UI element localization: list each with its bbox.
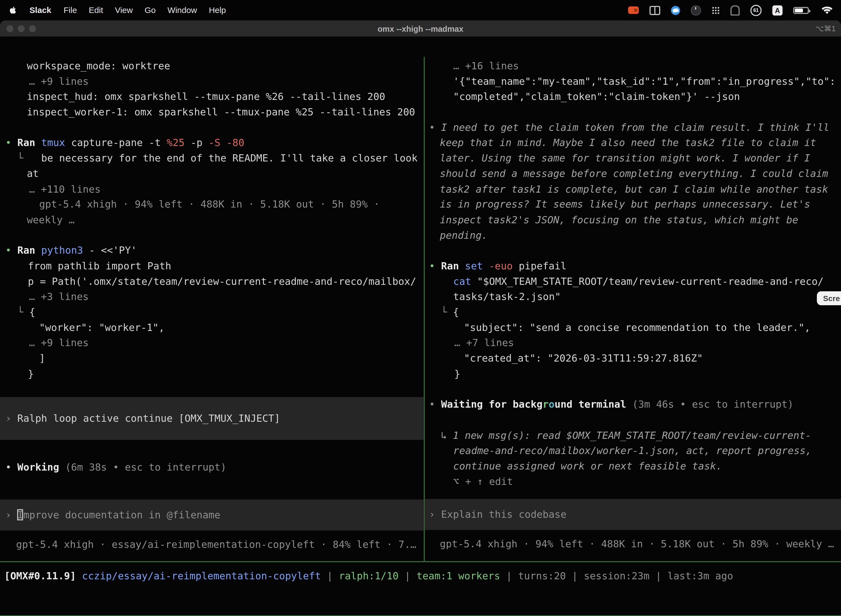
terminal-line: tasks/task-2.json" <box>453 289 841 305</box>
traffic-lights <box>6 25 36 32</box>
menu-help[interactable]: Help <box>209 5 226 14</box>
text-segment: capture-pane -t <box>65 137 167 148</box>
text-segment: gpt-5.4 xhigh · 94% left · 488K in · 5.1… <box>39 199 379 210</box>
spacer <box>4 531 424 537</box>
text-segment: set <box>465 260 483 271</box>
menu-view[interactable]: View <box>115 5 133 14</box>
terminal-line: └ { <box>5 305 423 320</box>
terminal-line: pending. <box>440 228 841 243</box>
text-segment: session:23m <box>584 570 649 581</box>
screen-recording-icon[interactable] <box>628 6 639 14</box>
text-segment: "completed","claim_token":"claim-token"}… <box>453 91 740 102</box>
input-source-icon[interactable]: A <box>772 5 782 15</box>
text-segment: turns:20 <box>518 570 566 581</box>
text-segment: | <box>566 570 584 581</box>
tmux-pane-right[interactable]: … +16 lines'{"team_name":"my-team","task… <box>425 57 841 561</box>
text-segment: | <box>649 570 667 581</box>
scaled-viewport: Slack FileEditViewGoWindowHelp 61 A <box>0 0 841 616</box>
dark-knob-app-icon[interactable] <box>691 5 701 15</box>
text-segment: weekly … <box>27 214 75 225</box>
menu-file[interactable]: File <box>63 5 77 14</box>
band-text: › Improve documentation in @filename <box>5 507 220 523</box>
blank-line <box>4 228 424 243</box>
text-segment: I need to get the claim token from the c… <box>441 122 829 133</box>
terminal-line: … +110 lines <box>29 182 424 197</box>
wifi-icon[interactable] <box>822 6 832 14</box>
tmux-pane-left[interactable]: workspace_mode: worktree… +9 linesinspec… <box>0 57 424 561</box>
terminal-line: … +9 lines <box>29 336 424 351</box>
text-segment: › <box>429 509 441 520</box>
blank-line <box>4 120 424 135</box>
ralph-loop-banner: › Ralph loop active continue [OMX_TMUX_I… <box>0 397 424 440</box>
text-segment: • <box>429 122 441 133</box>
window-layout-icon[interactable] <box>649 6 660 15</box>
blank-line <box>429 243 841 259</box>
text-cursor: I <box>18 509 23 520</box>
tmux-status-bar: [omx-cczip0:bash* "MacBook-Pro-44.local"… <box>0 616 841 616</box>
blue-app-icon[interactable] <box>671 6 680 15</box>
terminal-line: "worker": "worker-1", <box>39 320 424 336</box>
text-segment: o <box>548 399 555 410</box>
window-titlebar[interactable]: omx --xhigh --madmax ⌥⌘1 <box>0 21 841 37</box>
text-segment: (6m 38s • esc to interrupt) <box>59 461 226 472</box>
text-segment: '{"team_name":"my-team","task_id":"1","f… <box>453 75 836 87</box>
text-segment: task2 after task1 is complete, but can I… <box>440 183 828 195</box>
text-segment: later. Using the same for transition mig… <box>440 153 810 164</box>
menu-items: FileEditViewGoWindowHelp <box>58 5 232 15</box>
zoom-button[interactable] <box>29 25 36 32</box>
terminal-line: • Ran python3 - <<'PY' <box>5 243 423 259</box>
terminal-line: ⌥ + ↑ edit <box>453 474 841 490</box>
grid-menu-icon[interactable] <box>712 6 720 14</box>
text-segment: › <box>5 412 17 424</box>
spacer <box>429 489 841 499</box>
text-segment: continue assigned work or next feasible … <box>453 461 722 472</box>
text-segment: Waiting for backg <box>441 399 542 410</box>
minimize-button[interactable] <box>18 25 25 32</box>
battery-percentage-gauge[interactable]: 61 <box>750 5 762 16</box>
text-segment: ] <box>39 352 45 364</box>
menu-go[interactable]: Go <box>145 5 155 14</box>
text-segment: -p <box>185 137 209 148</box>
terminal-line: └ be necessary for the end of the README… <box>5 151 423 166</box>
text-segment: tmux <box>41 137 65 148</box>
text-segment: cat <box>453 276 471 287</box>
text-segment: Ralph loop active continue [OMX_TMUX_INJ… <box>18 412 280 424</box>
blank-line <box>4 475 424 490</box>
text-segment: readme-and-reco/mailbox/worker-1.json, a… <box>453 445 812 456</box>
menu-window[interactable]: Window <box>167 5 197 14</box>
spacer <box>4 455 424 460</box>
terminal-line: later. Using the same for transition mig… <box>440 151 841 166</box>
terminal-line: • Ran tmux capture-pane -t %25 -p -S -80 <box>5 135 423 151</box>
composer-input[interactable]: › Improve documentation in @filename <box>0 500 424 531</box>
text-segment: p = Path('.omx/state/team/review-current… <box>28 276 416 287</box>
text-segment: be necessary for the end of the README. … <box>41 153 418 164</box>
text-segment: inspect task2's JSON, focusing on the st… <box>440 214 798 225</box>
text-segment: inspect_worker-1: omx sparkshell --tmux-… <box>27 106 415 117</box>
text-segment: cczip/essay/ai-reimplementation-copyleft <box>82 570 321 581</box>
menu-edit[interactable]: Edit <box>89 5 103 14</box>
text-segment: from pathlib import Path <box>28 260 171 271</box>
battery-percent-label: 61 <box>753 7 759 13</box>
text-segment: { <box>29 307 35 318</box>
screenshot-tooltip[interactable]: Scre <box>817 292 841 305</box>
app-menu-title[interactable]: Slack <box>29 5 51 15</box>
text-segment: gpt-5.4 xhigh · essay/ai-reimplementatio… <box>16 539 416 550</box>
terminal-line: … +7 lines <box>454 336 841 351</box>
battery-icon[interactable] <box>793 7 809 13</box>
menu-bar-left: Slack FileEditViewGoWindowHelp <box>9 5 232 15</box>
terminal-line: workspace_mode: worktree <box>27 59 423 74</box>
menu-bar-status-icons: 61 A <box>628 5 832 16</box>
composer-input[interactable]: › Explain this codebase <box>425 499 841 530</box>
terminal-line: at <box>27 166 423 182</box>
text-segment: "$OMX_TEAM_STATE_ROOT/team/review-curren… <box>471 276 823 287</box>
text-segment: mprove documentation in @filename <box>23 509 220 520</box>
terminal-line: "completed","claim_token":"claim-token"}… <box>453 89 841 105</box>
close-button[interactable] <box>6 25 13 32</box>
text-segment: … +110 lines <box>29 183 101 195</box>
terminal-line: "subject": "send a concise recommendatio… <box>464 320 841 336</box>
text-segment: … +9 lines <box>29 75 89 87</box>
apple-menu-icon[interactable] <box>9 5 16 15</box>
spacer <box>429 530 841 537</box>
terminal-line: gpt-5.4 xhigh · 94% left · 488K in · 5.1… <box>440 537 841 552</box>
faint-app-icon[interactable] <box>731 5 740 15</box>
